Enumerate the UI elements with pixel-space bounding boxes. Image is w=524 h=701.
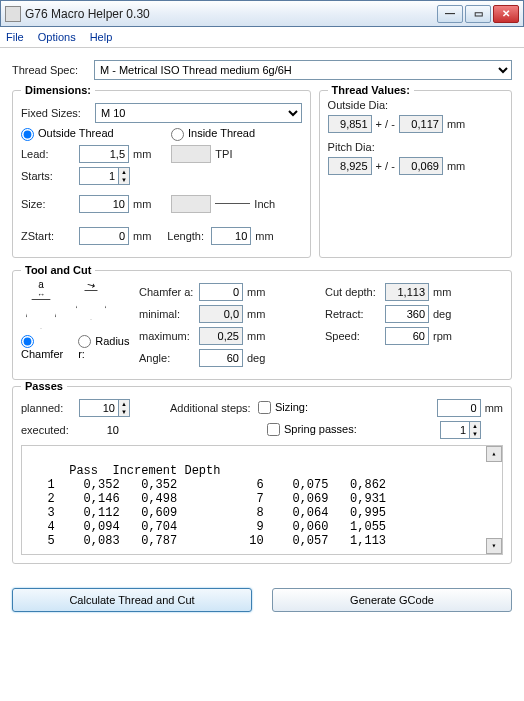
maximum-input <box>199 327 243 345</box>
thread-values-title: Thread Values: <box>328 84 414 96</box>
spring-stepper[interactable]: ▲▼ <box>440 421 481 439</box>
outside-thread-radio[interactable]: Outside Thread <box>21 127 171 141</box>
menubar: File Options Help <box>0 27 524 48</box>
angle-input[interactable] <box>199 349 243 367</box>
pitch-dia-label: Pitch Dia: <box>328 141 503 153</box>
chamfer-radio[interactable]: Chamfer <box>21 335 72 361</box>
length-input[interactable] <box>211 227 251 245</box>
fixed-sizes-label: Fixed Sizes: <box>21 107 95 119</box>
fraction-line-icon <box>215 203 250 204</box>
outside-dia-tol <box>399 115 443 133</box>
size-input[interactable] <box>79 195 129 213</box>
tool-cut-title: Tool and Cut <box>21 264 95 276</box>
cut-depth-input <box>385 283 429 301</box>
executed-value: 10 <box>79 424 119 436</box>
menu-help[interactable]: Help <box>90 31 113 43</box>
size-label: Size: <box>21 198 79 210</box>
maximize-button[interactable]: ▭ <box>465 5 491 23</box>
menu-file[interactable]: File <box>6 31 24 43</box>
starts-stepper[interactable]: ▲▼ <box>79 167 130 185</box>
scroll-up-icon[interactable]: ▴ <box>486 446 502 462</box>
app-icon <box>5 6 21 22</box>
tpi-input-disabled <box>171 145 211 163</box>
scroll-down-icon[interactable]: ▾ <box>486 538 502 554</box>
spring-checkbox[interactable]: Spring passes: <box>267 423 357 437</box>
radius-icon: ↘ <box>71 279 111 329</box>
close-button[interactable]: ✕ <box>493 5 519 23</box>
fixed-sizes-select[interactable]: M 10 <box>95 103 302 123</box>
lead-label: Lead: <box>21 148 79 160</box>
lead-input[interactable] <box>79 145 129 163</box>
retract-input[interactable] <box>385 305 429 323</box>
titlebar: G76 Macro Helper 0.30 — ▭ ✕ <box>0 0 524 27</box>
length-label: Length: <box>167 230 211 242</box>
zstart-label: ZStart: <box>21 230 79 242</box>
chevron-up-icon: ▲ <box>119 168 129 176</box>
passes-table: Pass Increment Depth 1 0,352 0,352 6 0,0… <box>21 445 503 555</box>
menu-options[interactable]: Options <box>38 31 76 43</box>
zstart-input[interactable] <box>79 227 129 245</box>
radius-radio[interactable]: Radius r: <box>78 335 131 361</box>
thread-spec-label: Thread Spec: <box>12 64 94 76</box>
dimensions-title: Dimensions: <box>21 84 95 96</box>
planned-stepper[interactable]: ▲▼ <box>79 399 130 417</box>
size-inch-disabled <box>171 195 211 213</box>
pitch-dia-value <box>328 157 372 175</box>
speed-input[interactable] <box>385 327 429 345</box>
minimal-input <box>199 305 243 323</box>
starts-label: Starts: <box>21 170 79 182</box>
chevron-down-icon: ▼ <box>119 176 129 184</box>
sizing-input[interactable] <box>437 399 481 417</box>
calculate-button[interactable]: Calculate Thread and Cut <box>12 588 252 612</box>
inside-thread-radio[interactable]: Inside Thread <box>171 127 255 141</box>
minimize-button[interactable]: — <box>437 5 463 23</box>
window-title: G76 Macro Helper 0.30 <box>25 7 435 21</box>
outside-dia-label: Outside Dia: <box>328 99 503 111</box>
sizing-checkbox[interactable]: Sizing: <box>258 401 308 415</box>
chamfer-a-input[interactable] <box>199 283 243 301</box>
outside-dia-value <box>328 115 372 133</box>
thread-spec-select[interactable]: M - Metrical ISO Thread medium 6g/6H <box>94 60 512 80</box>
pitch-dia-tol <box>399 157 443 175</box>
passes-title: Passes <box>21 380 67 392</box>
generate-gcode-button[interactable]: Generate GCode <box>272 588 512 612</box>
chamfer-icon: a ↔ <box>21 279 61 329</box>
